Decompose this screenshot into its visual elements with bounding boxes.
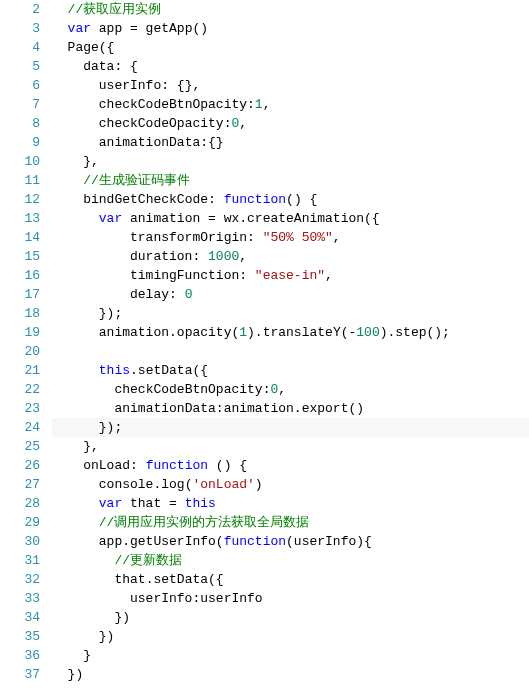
line-number: 3	[0, 19, 40, 38]
code-line: delay: 0	[52, 285, 529, 304]
line-number: 16	[0, 266, 40, 285]
code-line: //获取应用实例	[52, 0, 529, 19]
line-number: 17	[0, 285, 40, 304]
line-number: 2	[0, 0, 40, 19]
line-number: 33	[0, 589, 40, 608]
code-line: onLoad: function () {	[52, 456, 529, 475]
line-number: 23	[0, 399, 40, 418]
line-number: 12	[0, 190, 40, 209]
line-number: 34	[0, 608, 40, 627]
line-number: 15	[0, 247, 40, 266]
line-number: 26	[0, 456, 40, 475]
code-line: animationData:{}	[52, 133, 529, 152]
line-number: 24	[0, 418, 40, 437]
line-number: 6	[0, 76, 40, 95]
code-line: }	[52, 646, 529, 665]
line-number: 22	[0, 380, 40, 399]
line-number: 36	[0, 646, 40, 665]
code-line: console.log('onLoad')	[52, 475, 529, 494]
line-number: 31	[0, 551, 40, 570]
line-number: 29	[0, 513, 40, 532]
code-line: that.setData({	[52, 570, 529, 589]
code-line: });	[52, 418, 529, 437]
code-line: transformOrigin: "50% 50%",	[52, 228, 529, 247]
line-number: 10	[0, 152, 40, 171]
code-editor: 2345678910111213141516171819202122232425…	[0, 0, 529, 684]
line-number: 35	[0, 627, 40, 646]
code-line: animationData:animation.export()	[52, 399, 529, 418]
line-number-gutter: 2345678910111213141516171819202122232425…	[0, 0, 52, 684]
code-line: timingFunction: "ease-in",	[52, 266, 529, 285]
line-number: 18	[0, 304, 40, 323]
line-number: 11	[0, 171, 40, 190]
line-number: 32	[0, 570, 40, 589]
line-number: 37	[0, 665, 40, 684]
line-number: 25	[0, 437, 40, 456]
code-line: });	[52, 304, 529, 323]
code-line: var that = this	[52, 494, 529, 513]
code-line: userInfo: {},	[52, 76, 529, 95]
code-line: },	[52, 437, 529, 456]
code-line: userInfo:userInfo	[52, 589, 529, 608]
line-number: 20	[0, 342, 40, 361]
code-line: app.getUserInfo(function(userInfo){	[52, 532, 529, 551]
code-line: })	[52, 665, 529, 684]
line-number: 13	[0, 209, 40, 228]
code-line: //生成验证码事件	[52, 171, 529, 190]
code-line: checkCodeBtnOpacity:1,	[52, 95, 529, 114]
code-line: })	[52, 608, 529, 627]
line-number: 27	[0, 475, 40, 494]
code-line: var app = getApp()	[52, 19, 529, 38]
line-number: 14	[0, 228, 40, 247]
line-number: 7	[0, 95, 40, 114]
code-line: var animation = wx.createAnimation({	[52, 209, 529, 228]
code-line: //更新数据	[52, 551, 529, 570]
code-content[interactable]: //获取应用实例 var app = getApp() Page({ data:…	[52, 0, 529, 684]
line-number: 9	[0, 133, 40, 152]
code-line: animation.opacity(1).translateY(-100).st…	[52, 323, 529, 342]
line-number: 28	[0, 494, 40, 513]
code-line: })	[52, 627, 529, 646]
line-number: 8	[0, 114, 40, 133]
code-line: checkCodeOpacity:0,	[52, 114, 529, 133]
code-line: //调用应用实例的方法获取全局数据	[52, 513, 529, 532]
code-line: bindGetCheckCode: function() {	[52, 190, 529, 209]
line-number: 21	[0, 361, 40, 380]
code-line: data: {	[52, 57, 529, 76]
code-line: },	[52, 152, 529, 171]
code-line: checkCodeBtnOpacity:0,	[52, 380, 529, 399]
line-number: 5	[0, 57, 40, 76]
code-line	[52, 342, 529, 361]
line-number: 4	[0, 38, 40, 57]
code-line: this.setData({	[52, 361, 529, 380]
line-number: 30	[0, 532, 40, 551]
line-number: 19	[0, 323, 40, 342]
code-line: Page({	[52, 38, 529, 57]
code-line: duration: 1000,	[52, 247, 529, 266]
